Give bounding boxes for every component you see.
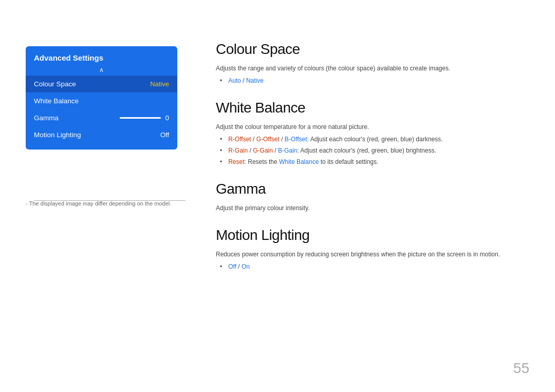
white-balance-link: White Balance bbox=[279, 158, 319, 165]
white-balance-description: Adjust the colour temperature for a more… bbox=[216, 122, 534, 132]
colour-space-description: Adjusts the range and variety of colours… bbox=[216, 64, 534, 73]
gamma-slider[interactable] bbox=[120, 117, 161, 119]
gamma-value: 0 bbox=[165, 114, 169, 122]
gamma-description: Adjust the primary colour intensity. bbox=[216, 203, 534, 213]
motion-lighting-description: Reduces power consumption by reducing sc… bbox=[216, 250, 534, 259]
bullet-gain: R-Gain / G-Gain / B-Gain: Adjust each co… bbox=[220, 146, 534, 155]
reset-link: Reset bbox=[228, 158, 244, 165]
r-gain-link: R-Gain bbox=[228, 147, 248, 154]
bullet-text: Reset: Resets the White Balance to its d… bbox=[228, 157, 378, 166]
bullet-text: Off / On bbox=[228, 262, 250, 271]
bullet-auto-native: Auto / Native bbox=[220, 76, 534, 85]
bullet-off-on: Off / On bbox=[220, 262, 534, 271]
sidebar-title: Advanced Settings bbox=[26, 46, 177, 66]
gamma-slider-area: 0 bbox=[120, 114, 169, 122]
bullet-text: R-Gain / G-Gain / B-Gain: Adjust each co… bbox=[228, 146, 436, 155]
colour-space-value: Native bbox=[150, 80, 169, 88]
bullet-text: Auto / Native bbox=[228, 76, 264, 85]
white-balance-heading: White Balance bbox=[216, 100, 534, 116]
colour-space-heading: Colour Space bbox=[216, 41, 534, 58]
section-colour-space: Colour Space Adjusts the range and varie… bbox=[216, 41, 534, 85]
motion-lighting-bullets: Off / On bbox=[216, 262, 534, 271]
white-balance-label: White Balance bbox=[34, 97, 79, 105]
off-link: Off bbox=[228, 263, 236, 270]
motion-lighting-value: Off bbox=[160, 131, 169, 139]
colour-space-bullets: Auto / Native bbox=[216, 76, 534, 85]
advanced-settings-panel: Advanced Settings ∧ Colour Space Native … bbox=[26, 46, 177, 150]
bullet-text: R-Offset / G-Offset / B-Offset: Adjust e… bbox=[228, 135, 442, 144]
motion-lighting-label: Motion Lighting bbox=[34, 131, 81, 139]
r-offset-link: R-Offset bbox=[228, 136, 251, 143]
native-link: Native bbox=[246, 77, 264, 84]
g-offset-link: G-Offset bbox=[256, 136, 280, 143]
on-link: On bbox=[242, 263, 250, 270]
section-white-balance: White Balance Adjust the colour temperat… bbox=[216, 100, 534, 166]
sidebar-item-motion-lighting[interactable]: Motion Lighting Off bbox=[26, 126, 177, 143]
gamma-label: Gamma bbox=[34, 114, 59, 122]
white-balance-bullets: R-Offset / G-Offset / B-Offset: Adjust e… bbox=[216, 135, 534, 166]
sidebar-item-white-balance[interactable]: White Balance bbox=[26, 92, 177, 109]
g-gain-link: G-Gain bbox=[253, 147, 273, 154]
bullet-offset: R-Offset / G-Offset / B-Offset: Adjust e… bbox=[220, 135, 534, 144]
sidebar-note: - The displayed image may differ dependi… bbox=[26, 200, 171, 207]
section-motion-lighting: Motion Lighting Reduces power consumptio… bbox=[216, 227, 534, 271]
motion-lighting-heading: Motion Lighting bbox=[216, 227, 534, 244]
bullet-reset: Reset: Resets the White Balance to its d… bbox=[220, 157, 534, 166]
chevron-up-icon[interactable]: ∧ bbox=[26, 66, 177, 76]
sidebar-item-gamma[interactable]: Gamma 0 bbox=[26, 109, 177, 126]
gamma-slider-fill bbox=[120, 117, 148, 119]
section-gamma: Gamma Adjust the primary colour intensit… bbox=[216, 181, 534, 213]
page-number: 55 bbox=[513, 360, 529, 377]
gamma-heading: Gamma bbox=[216, 181, 534, 197]
b-offset-link: B-Offset bbox=[285, 136, 307, 143]
main-content: Colour Space Adjusts the range and varie… bbox=[216, 41, 534, 286]
colour-space-label: Colour Space bbox=[34, 80, 76, 88]
auto-link: Auto bbox=[228, 77, 241, 84]
sidebar-item-colour-space[interactable]: Colour Space Native bbox=[26, 76, 177, 92]
b-gain-link: B-Gain bbox=[278, 147, 297, 154]
